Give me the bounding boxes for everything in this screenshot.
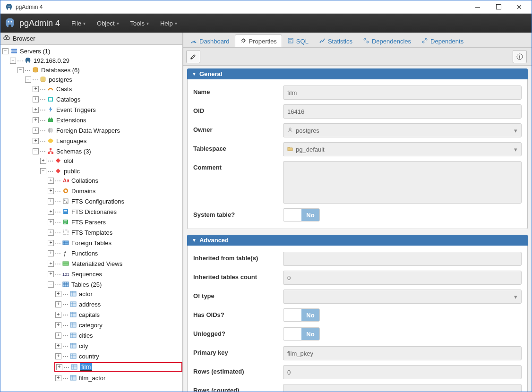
edit-button[interactable] xyxy=(186,50,200,63)
tree-table-film-actor[interactable]: +⋯film_actor xyxy=(54,374,182,382)
field-rows-est: 0 xyxy=(283,365,522,379)
svg-point-0 xyxy=(8,6,9,7)
svg-rect-14 xyxy=(49,118,50,119)
menu-help[interactable]: Help▾ xyxy=(160,20,177,27)
maximize-button[interactable] xyxy=(488,0,509,14)
tree-languages[interactable]: +⋯Languages xyxy=(32,136,182,145)
svg-rect-80 xyxy=(191,58,192,59)
folder-icon xyxy=(287,146,293,153)
tree-table-city[interactable]: +⋯city xyxy=(54,341,182,350)
switch-unlogged[interactable]: No xyxy=(283,327,320,341)
tree-fts-dict[interactable]: +⋯FTS Dictionaries xyxy=(47,207,182,216)
collapse-icon[interactable]: − xyxy=(40,168,46,174)
tab-dependencies[interactable]: Dependencies xyxy=(358,34,416,47)
schema-icon xyxy=(54,157,62,164)
info-button[interactable] xyxy=(513,50,527,63)
tab-properties[interactable]: Properties xyxy=(235,34,282,47)
fts-conf-icon xyxy=(62,197,69,205)
svg-line-79 xyxy=(424,40,426,41)
tree-host[interactable]: −⋯192.168.0.29 xyxy=(9,56,182,65)
tree-databases[interactable]: −⋯Databases (6) xyxy=(17,66,182,74)
foreign-tables-icon xyxy=(62,239,69,247)
svg-rect-44 xyxy=(70,291,76,296)
collapse-icon[interactable]: − xyxy=(10,58,16,64)
tree-servers[interactable]: −Servers (1) xyxy=(1,47,182,55)
table-icon xyxy=(69,311,77,318)
svg-point-74 xyxy=(364,38,366,40)
tree-fdw[interactable]: +⋯Foreign Data Wrappers xyxy=(32,126,182,135)
tree-extensions[interactable]: +⋯Extensions xyxy=(32,116,182,124)
label-inherited-from: Inherited from table(s) xyxy=(193,252,283,262)
svg-rect-32 xyxy=(63,241,69,245)
tree-table-category[interactable]: +⋯category xyxy=(54,321,182,329)
expand-icon[interactable]: + xyxy=(33,86,39,92)
tree-schema-olol[interactable]: +⋯olol xyxy=(39,156,182,165)
close-button[interactable]: ✕ xyxy=(509,0,530,14)
extensions-icon xyxy=(47,116,54,124)
svg-point-26 xyxy=(66,202,68,203)
svg-rect-20 xyxy=(51,152,53,154)
collations-icon: Aa xyxy=(62,177,69,184)
collapse-icon[interactable]: − xyxy=(2,48,9,54)
svg-point-25 xyxy=(64,200,66,201)
tree-collations[interactable]: +⋯AaCollations xyxy=(47,176,182,185)
collapse-icon[interactable]: − xyxy=(25,77,31,83)
database-icon xyxy=(39,76,47,83)
tab-sql[interactable]: SQL xyxy=(282,34,314,47)
svg-rect-31 xyxy=(63,230,68,235)
tree-mat-views[interactable]: +⋯Materialized Views xyxy=(47,259,182,268)
statistics-icon xyxy=(319,37,326,45)
window-title: pgAdmin 4 xyxy=(16,4,467,10)
tree-table-address[interactable]: +⋯address xyxy=(54,300,182,308)
tree-db-postgres[interactable]: −⋯postgres xyxy=(24,75,182,84)
tree-schemas[interactable]: −⋯Schemas (3) xyxy=(32,147,182,155)
tab-statistics[interactable]: Statistics xyxy=(314,34,358,47)
section-advanced-header[interactable]: ▼Advanced xyxy=(187,235,528,246)
svg-text:123: 123 xyxy=(62,272,69,277)
tree-schema-public[interactable]: −⋯public xyxy=(39,167,182,175)
tree-table-capitals[interactable]: +⋯capitals xyxy=(54,310,182,319)
tree-foreign-tables[interactable]: +⋯Foreign Tables xyxy=(47,239,182,247)
collapse-icon[interactable]: − xyxy=(33,148,39,154)
menu-file[interactable]: File▾ xyxy=(71,20,86,27)
tab-dashboard[interactable]: Dashboard xyxy=(185,34,235,47)
tree-table-country[interactable]: +⋯country xyxy=(54,352,182,360)
tree-table-cities[interactable]: +⋯cities xyxy=(54,331,182,340)
field-of-type[interactable]: ▾ xyxy=(283,290,522,304)
tree-sequences[interactable]: +⋯123Sequences xyxy=(47,270,182,278)
sequences-icon: 123 xyxy=(62,270,69,278)
tree-casts[interactable]: +⋯Casts xyxy=(32,85,182,93)
tree-event-triggers[interactable]: +⋯Event Triggers xyxy=(32,105,182,114)
field-owner[interactable]: postgres▾ xyxy=(283,123,522,137)
tree-table-film[interactable]: +⋯film xyxy=(54,362,182,372)
menu-tools[interactable]: Tools▾ xyxy=(130,20,149,27)
svg-rect-24 xyxy=(63,199,68,204)
table-icon xyxy=(69,374,77,382)
collapse-icon[interactable]: − xyxy=(48,281,54,288)
collapse-icon[interactable]: − xyxy=(17,67,24,73)
section-general-header[interactable]: ▼General xyxy=(187,68,528,79)
sidebar: Browser −Servers (1) −⋯192.168.0.29 −⋯Da… xyxy=(0,33,183,392)
switch-has-oids[interactable]: No xyxy=(283,308,320,322)
tree-fts-conf[interactable]: +⋯FTS Configurations xyxy=(47,197,182,205)
label-inherited-count: Inherited tables count xyxy=(193,271,283,281)
tree-functions[interactable]: +⋯ƒFunctions xyxy=(47,249,182,257)
tree-fts-tmpl[interactable]: +⋯FTS Templates xyxy=(47,228,182,237)
svg-text:Aa: Aa xyxy=(63,178,69,183)
tree-catalogs[interactable]: +⋯Catalogs xyxy=(32,95,182,103)
properties-icon xyxy=(240,37,247,45)
menu-object[interactable]: Object▾ xyxy=(97,20,119,27)
properties-content[interactable]: ▼General Namefilm OID16416 Ownerpostgres… xyxy=(183,66,532,392)
tree-domains[interactable]: +⋯Domains xyxy=(47,187,182,195)
title-bar: pgAdmin 4 ─ ✕ xyxy=(0,0,532,14)
switch-system-table[interactable]: No xyxy=(283,208,320,222)
label-of-type: Of type xyxy=(193,290,283,299)
tree-table-actor[interactable]: +⋯actor xyxy=(54,290,182,298)
minimize-button[interactable]: ─ xyxy=(467,0,488,14)
tab-dependents[interactable]: Dependents xyxy=(416,34,469,47)
tree-fts-pars[interactable]: +⋯FTS Parsers xyxy=(47,218,182,226)
object-tree[interactable]: −Servers (1) −⋯192.168.0.29 −⋯Databases … xyxy=(0,45,182,392)
svg-rect-15 xyxy=(51,118,52,119)
field-tablespace[interactable]: pg_default▾ xyxy=(283,142,522,156)
tree-tables[interactable]: −⋯Tables (25) xyxy=(47,280,182,289)
